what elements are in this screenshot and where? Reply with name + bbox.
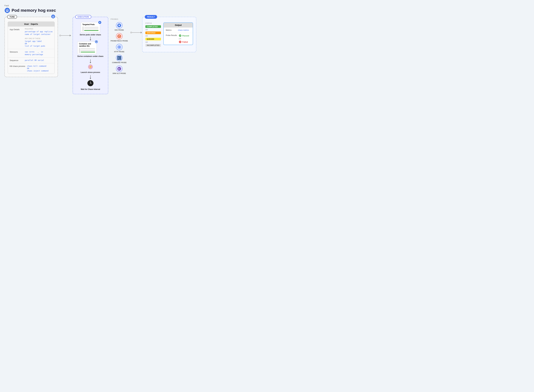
result-section: RESULT STATUS COMPLETED OR ERRORED OR QU… bbox=[142, 17, 196, 52]
http-probe-name: HTTP PROBE bbox=[114, 51, 125, 53]
prometheus-probe-item: PROMETHEUS PROBE bbox=[111, 33, 128, 42]
kill-chaos-row: Kill chaos process chaos kill command OR… bbox=[8, 63, 55, 74]
arrow-head-2 bbox=[141, 32, 142, 33]
container-sandbox-lines bbox=[79, 48, 95, 53]
k8s-probe-item: K8S PROBE bbox=[115, 22, 124, 31]
container-sandbox-k8s-icon bbox=[95, 40, 98, 44]
output-header: Output bbox=[164, 23, 193, 28]
k8s-probe-icon bbox=[116, 22, 122, 29]
chaos-interval-label: Wait for Chaos Interval bbox=[81, 88, 100, 90]
srm-probe-name: SRM SLO PROBE bbox=[112, 73, 126, 74]
metrics-value: chaos metrics bbox=[178, 29, 191, 31]
passed-row: Passed bbox=[179, 34, 189, 37]
probes-label: PROBES bbox=[111, 18, 118, 20]
completed-badge: COMPLETED bbox=[145, 25, 161, 28]
sequence-row: Sequence parallel OR serial bbox=[8, 57, 55, 63]
execution-to-result-arrow bbox=[130, 32, 142, 33]
prometheus-probe-icon bbox=[116, 33, 122, 40]
execution-flow: Targeted Pods Derive pods under chaos bbox=[76, 22, 104, 91]
http-probe-item: HTTP PROBE bbox=[114, 44, 125, 53]
svg-point-5 bbox=[99, 22, 100, 23]
command-probe-name: COMMAND PROBE bbox=[112, 62, 126, 63]
kill-chaos-label: Kill chaos process bbox=[10, 65, 25, 67]
failed-row: Failed bbox=[179, 41, 189, 43]
diagram-container: TUNE User Inputs App Details REQUIRED pe… bbox=[5, 17, 529, 94]
result-area: STATUS COMPLETED OR ERRORED OR QUEUED OR… bbox=[145, 23, 193, 49]
inject-cmd-text: chaos inject command bbox=[27, 70, 53, 72]
sequence-text: parallel OR serial bbox=[25, 59, 53, 62]
probe-results-row: Probe Results Passed OR bbox=[164, 33, 193, 45]
passed-label: Passed bbox=[182, 35, 189, 37]
incompleted-badge: INCOMPLETED bbox=[145, 44, 161, 47]
or-text-2: OR bbox=[27, 67, 29, 70]
stressors-text: cpu cores , io bbox=[25, 51, 53, 53]
fault-label: Fault bbox=[5, 5, 529, 7]
target-pods-text: list of target pods bbox=[25, 45, 53, 47]
errored-badge: ERRORED bbox=[145, 32, 161, 34]
status-badges: COMPLETED OR ERRORED OR QUEUED OR INCOMP… bbox=[145, 25, 161, 47]
status-title: STATUS bbox=[145, 23, 161, 24]
launch-stress-label: Launch stress process bbox=[81, 71, 100, 73]
tune-section: TUNE User Inputs App Details REQUIRED pe… bbox=[5, 17, 58, 77]
targeted-pods-title: Targeted Pods bbox=[82, 23, 98, 26]
prometheus-probe-name: PROMETHEUS PROBE bbox=[111, 40, 128, 42]
arrow-line-2 bbox=[132, 32, 141, 33]
probe-results-content: Passed OR Failed bbox=[179, 34, 189, 43]
http-probe-icon bbox=[116, 44, 122, 50]
target-label-text: target app label bbox=[25, 40, 53, 43]
stressors-row: Stressors cpu cores , io memory percenta… bbox=[8, 49, 55, 57]
svg-text:◈: ◈ bbox=[118, 68, 120, 70]
or-status-1: OR bbox=[145, 29, 161, 31]
result-badge: RESULT bbox=[145, 15, 157, 19]
stressors-label: Stressors bbox=[10, 51, 23, 53]
app-details-label: App Details bbox=[10, 28, 23, 31]
app-details-content: REQUIRED percentage of app replicas name… bbox=[25, 28, 53, 47]
flow-arrow-3 bbox=[90, 75, 91, 78]
targeted-pods-card: Targeted Pods bbox=[81, 22, 100, 33]
stressors-mem-text: memory percentage bbox=[25, 53, 53, 56]
k8s-probe-name: K8S PROBE bbox=[115, 29, 124, 31]
svg-text:>_: >_ bbox=[118, 57, 120, 59]
stressors-content: cpu cores , io memory percentage bbox=[25, 51, 53, 56]
svg-point-13 bbox=[90, 83, 91, 84]
or-probe-label: OR bbox=[179, 38, 189, 40]
svg-point-15 bbox=[119, 25, 120, 26]
srm-probe-icon: ◈ bbox=[116, 65, 122, 72]
derive-containers-label: Derive containers under chaos bbox=[77, 55, 103, 57]
arrow-head-1 bbox=[70, 35, 71, 36]
required-label: REQUIRED bbox=[25, 28, 53, 30]
srm-probe-item: ◈ SRM SLO PROBE bbox=[112, 65, 126, 74]
k8s-logo-icon bbox=[5, 8, 10, 13]
page-title-text: Pod memory hog exec bbox=[12, 8, 56, 13]
or-status-2: OR bbox=[145, 35, 161, 37]
queued-badge: QUEUED bbox=[145, 38, 161, 40]
svg-text:⚡: ⚡ bbox=[89, 65, 92, 69]
tune-to-execution-arrow bbox=[58, 35, 73, 36]
or-text-1: OR bbox=[25, 43, 27, 45]
container-sandbox-card: Container and sandbox IDs bbox=[77, 42, 97, 54]
kill-chaos-content: chaos kill command OR chaos inject comma… bbox=[27, 65, 53, 72]
arrow-line-1 bbox=[61, 35, 70, 36]
container-sandbox-title: Container and sandbox IDs bbox=[79, 43, 95, 47]
targeted-pods-k8s-icon bbox=[98, 21, 102, 24]
targeted-pods-lines bbox=[82, 27, 98, 31]
sequence-label: Sequence bbox=[10, 59, 23, 61]
flow-arrow-1 bbox=[90, 37, 91, 40]
kill-cmd-text: chaos kill command bbox=[27, 65, 53, 67]
metrics-row: Metrics chaos metrics bbox=[164, 28, 193, 33]
stress-process-icon: ⚡ bbox=[88, 64, 93, 70]
or-status-3: OR bbox=[145, 41, 161, 43]
execution-section: EXECUTION Targeted Pods Deri bbox=[73, 17, 108, 94]
svg-point-28 bbox=[179, 34, 181, 37]
page-title: Pod memory hog exec bbox=[5, 8, 529, 13]
metrics-key: Metrics bbox=[166, 29, 176, 31]
app-container-text: name of target container bbox=[25, 33, 53, 36]
app-details-row: App Details REQUIRED percentage of app r… bbox=[8, 26, 55, 49]
x-circle-icon bbox=[179, 41, 181, 43]
command-probe-icon: >_ bbox=[116, 55, 122, 61]
tune-badge: TUNE bbox=[7, 15, 17, 19]
user-inputs-header: User Inputs bbox=[8, 22, 55, 26]
any-one-label: ANY ONE OF THESE bbox=[25, 38, 53, 39]
check-circle-icon bbox=[179, 34, 181, 37]
probes-section: PROBES K8S PROBE bbox=[108, 17, 130, 78]
